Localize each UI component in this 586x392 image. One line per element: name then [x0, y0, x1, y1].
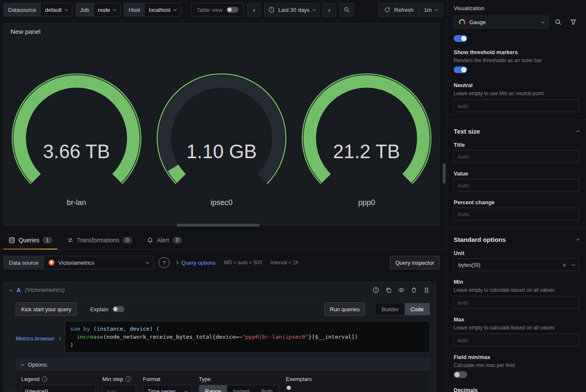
unit-label: Unit — [454, 250, 579, 256]
text-size-section-header[interactable]: Text size — [454, 128, 579, 135]
datasource-variable: Datasource default — [3, 3, 72, 16]
min-step-field: Min stepi — [102, 376, 136, 392]
gauge-panel: New panel 3.66 TBbr-lan1.10 GBipsec021.2… — [3, 23, 440, 225]
kick-start-query-button[interactable]: Kick start your query — [16, 302, 77, 316]
tab-transformations[interactable]: Transformations 0 — [62, 231, 137, 249]
query-options-box: Options Legendi Min stepi Format Time — [16, 358, 430, 392]
collapse-query-icon[interactable] — [9, 288, 13, 291]
zoom-out-button[interactable] — [340, 3, 354, 16]
type-instant-button[interactable]: Instant — [227, 385, 255, 392]
search-icon — [555, 19, 561, 25]
run-queries-button[interactable]: Run queries — [324, 302, 365, 316]
search-options-button[interactable] — [552, 16, 564, 28]
text-size-header-label: Text size — [454, 128, 480, 135]
gauge-ppp0: 21.2 TBppp0 — [294, 70, 439, 207]
unit-select[interactable]: bytes(SI) × — [454, 258, 579, 271]
refresh-button[interactable]: Refresh — [379, 3, 419, 16]
type-label: Type — [199, 376, 211, 382]
tab-label: Alert — [157, 237, 169, 244]
field-minmax-toggle[interactable] — [454, 371, 467, 378]
query-datasource-hint: (Victoriametrics) — [25, 287, 65, 293]
query-help-icon[interactable] — [372, 287, 379, 293]
clear-unit-icon[interactable]: × — [562, 262, 566, 268]
max-desc: Leave empty to calculate based on all va… — [454, 325, 579, 331]
datasource-picker-select[interactable]: Victoriametrics — [44, 256, 153, 269]
time-shift-forward-button[interactable]: › — [323, 3, 336, 16]
neutral-field: Neutral Leave empty to use Min as neutra… — [454, 82, 579, 112]
min-input[interactable] — [454, 296, 579, 309]
refresh-control: Refresh 1m — [378, 3, 443, 16]
host-variable-value: localhost — [149, 7, 170, 13]
transform-icon — [67, 237, 74, 244]
builder-mode-button[interactable]: Builder — [375, 303, 404, 315]
gauge-row: 3.66 TBbr-lan1.10 GBipsec021.2 TBppp0 — [4, 70, 439, 207]
type-switch: Range Instant Both — [199, 385, 279, 392]
percent-change-input[interactable] — [454, 208, 579, 220]
job-variable-select[interactable]: node — [94, 3, 120, 16]
time-shift-back-button[interactable]: ‹ — [247, 3, 261, 16]
min-field: Min Leave empty to calculate based on al… — [454, 279, 579, 309]
tab-label: Transformations — [77, 237, 120, 244]
chevron-up-icon — [576, 130, 580, 134]
legend-label: Legend — [21, 376, 39, 382]
drag-handle-icon[interactable] — [423, 287, 430, 293]
time-range-picker[interactable]: Last 30 days — [264, 3, 319, 16]
host-variable-select[interactable]: localhost — [145, 3, 181, 16]
tab-alert[interactable]: Alert 0 — [142, 231, 187, 249]
hide-query-icon[interactable] — [398, 287, 405, 293]
refresh-interval-value: 1m — [424, 7, 432, 13]
chevron-down-icon — [64, 8, 68, 11]
format-select[interactable]: Time series — [143, 385, 192, 392]
duplicate-query-icon[interactable] — [385, 287, 392, 293]
tab-queries[interactable]: Queries 1 — [3, 231, 58, 249]
info-icon[interactable]: i — [42, 376, 47, 382]
query-inspector-button[interactable]: Query inspector — [390, 256, 440, 269]
datasource-help-button[interactable]: ? — [159, 257, 170, 268]
gauge-br-lan: 3.66 TBbr-lan — [4, 70, 149, 207]
refresh-interval-select[interactable]: 1m — [419, 3, 443, 16]
visualization-picker[interactable]: Gauge — [454, 16, 549, 28]
refresh-icon — [384, 6, 391, 13]
delete-query-icon[interactable] — [411, 287, 417, 293]
filter-options-button[interactable] — [567, 16, 579, 28]
zoom-out-icon — [343, 6, 350, 13]
query-options-toggle[interactable]: Query options — [175, 260, 216, 266]
percent-change-label: Percent change — [454, 199, 579, 206]
legend-input[interactable] — [21, 385, 96, 392]
horizontal-scrollbar[interactable] — [177, 224, 260, 227]
type-both-button[interactable]: Both — [255, 385, 279, 392]
title-size-input[interactable] — [454, 150, 579, 163]
database-icon — [8, 237, 15, 244]
datasource-variable-select[interactable]: default — [41, 3, 71, 16]
field-minmax-desc: Calculate min max per field — [454, 362, 579, 368]
threshold-labels-toggle[interactable] — [454, 35, 467, 42]
format-label: Format — [143, 376, 160, 382]
vertical-scrollbar[interactable] — [443, 163, 446, 184]
value-size-input[interactable] — [454, 179, 579, 192]
neutral-input[interactable] — [454, 99, 579, 112]
min-step-input[interactable] — [102, 385, 136, 392]
metrics-browser-link[interactable]: Metrics browser — [16, 321, 60, 353]
query-row-header: A (Victoriametrics) — [4, 282, 436, 298]
standard-options-section-header[interactable]: Standard options — [454, 236, 579, 243]
datasource-picker-label: Data source — [4, 256, 44, 269]
chevron-up-icon — [576, 238, 580, 242]
options-body: Legendi Min stepi Format Time series — [16, 371, 430, 392]
filter-icon — [570, 19, 577, 25]
query-editor-right-tools: Run queries Builder Code — [324, 302, 430, 316]
table-view-toggle[interactable] — [227, 7, 238, 13]
chevron-down-icon — [572, 263, 575, 266]
query-code[interactable]: sum by (instance, device) ( increase(nod… — [65, 321, 430, 353]
query-ref-id: A — [16, 287, 21, 293]
type-range-button[interactable]: Range — [199, 385, 227, 392]
max-input[interactable] — [454, 334, 579, 346]
info-icon[interactable]: i — [126, 376, 131, 382]
explain-toggle[interactable] — [112, 306, 124, 312]
options-collapse-header[interactable]: Options — [16, 358, 430, 371]
visualization-value: Gauge — [469, 19, 486, 25]
decimals-field: Decimals — [454, 387, 579, 392]
threshold-markers-toggle[interactable] — [454, 66, 467, 73]
explain-label: Explain — [90, 306, 109, 313]
code-mode-button[interactable]: Code — [405, 303, 430, 315]
job-variable-label: Job — [76, 3, 94, 16]
